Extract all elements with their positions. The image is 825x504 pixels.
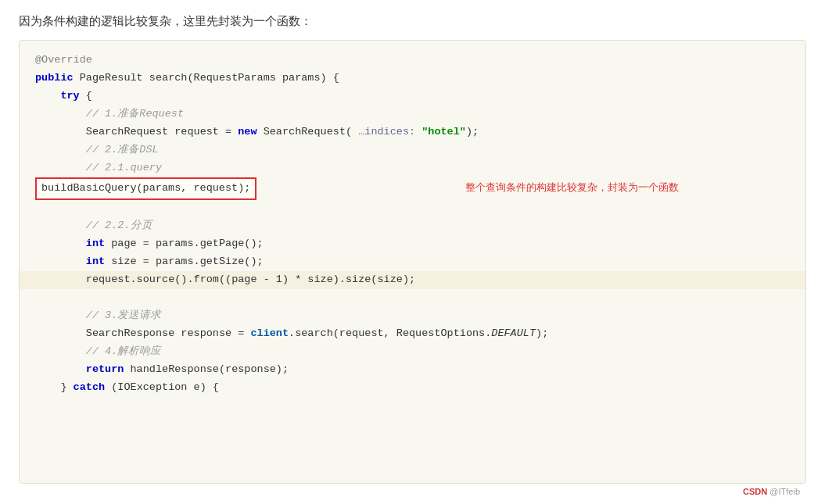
code-line-7: // 2.1.query [20, 159, 805, 177]
code-indent [35, 162, 86, 173]
code-line-13: SearchResponse response = client.search(… [20, 325, 805, 343]
footer-username: @ITfeib [767, 487, 800, 496]
code-line-blank1 [20, 200, 805, 218]
code-text-5a: SearchRequest request = [35, 126, 238, 138]
override-annotation: @Override [35, 54, 92, 66]
code-line-4: // 1.准备Request [20, 105, 805, 123]
code-line-11: request.source().from((page - 1) * size)… [20, 271, 805, 289]
kw-catch: catch [74, 381, 106, 393]
code-text-9: page = params.getPage(); [105, 238, 264, 249]
kw-int-2: int [86, 256, 105, 267]
code-text-10: size = params.getSize(); [105, 256, 264, 267]
code-line-10: int size = params.getSize(); [20, 253, 805, 271]
code-text-15: handleResponse(response); [124, 363, 289, 375]
code-block: @Override public PageResult search(Reque… [19, 40, 806, 484]
code-indent-10 [35, 256, 86, 267]
code-line-8: // 2.2.分页 [20, 217, 805, 235]
code-text-13a: SearchResponse response = [35, 327, 250, 339]
code-text-13c: ); [536, 327, 548, 339]
code-text-16b: (IOException e) { [105, 381, 219, 393]
default-keyword: DEFAULT [491, 327, 536, 339]
code-indent [35, 108, 86, 120]
boxed-code: buildBasicQuery(params, request); [35, 177, 256, 200]
comment-5: // 3.发送请求 [86, 309, 162, 321]
code-indent-15 [35, 363, 86, 375]
kw-return: return [86, 363, 124, 375]
kw-public: public [35, 72, 74, 84]
comment-1: // 1.准备Request [86, 108, 184, 120]
code-line-16: } catch (IOException e) { [20, 379, 805, 397]
code-text-16a: } [35, 381, 74, 393]
param-indices: …indices: [358, 126, 415, 138]
code-line-1: @Override [20, 52, 805, 70]
comment-6: // 4.解析响应 [86, 345, 162, 357]
boxed-line: buildBasicQuery(params, request); 整个查询条件… [20, 177, 805, 200]
code-indent [35, 220, 86, 231]
code-text-11: request.source().from((page - 1) * size)… [35, 273, 415, 285]
code-line-3: try { [20, 88, 805, 105]
code-text-13b: .search(request, RequestOptions. [289, 327, 491, 339]
code-line-6: // 2.准备DSL [20, 141, 805, 159]
code-line-9: int page = params.getPage(); [20, 235, 805, 253]
kw-new: new [238, 126, 256, 138]
string-hotel: "hotel" [421, 126, 466, 138]
intro-text: 因为条件构建的逻辑比较复杂，这里先封装为一个函数： [19, 14, 806, 29]
kw-try: try [60, 90, 79, 102]
comment-3: // 2.1.query [86, 162, 162, 173]
code-text-5d: ); [466, 126, 479, 138]
footer-brand: CSDN [743, 487, 767, 496]
code-indent [35, 90, 60, 102]
code-line-blank2 [20, 289, 805, 307]
client-keyword: client [250, 327, 289, 339]
code-indent [35, 144, 86, 155]
comment-4: // 2.2.分页 [86, 220, 152, 231]
code-text-5c [415, 126, 421, 138]
code-line-15: return handleResponse(response); [20, 361, 805, 379]
annotation-text: 整个查询条件的构建比较复杂，封装为一个函数 [465, 179, 679, 196]
code-text: { [80, 90, 92, 102]
code-line-2: public PageResult search(RequestParams p… [20, 70, 805, 88]
code-method-call: buildBasicQuery(params, request); [41, 182, 250, 194]
page-container: 因为条件构建的逻辑比较复杂，这里先封装为一个函数： @Override publ… [0, 0, 825, 504]
code-indent [35, 345, 86, 357]
code-line-14: // 4.解析响应 [20, 343, 805, 361]
code-line-5: SearchRequest request = new SearchReques… [20, 123, 805, 141]
kw-int-1: int [86, 238, 105, 249]
code-text-5b: SearchRequest( [257, 126, 359, 138]
footer-bar: CSDN @ITfeib [19, 484, 806, 496]
code-line-12: // 3.发送请求 [20, 307, 805, 325]
code-indent-9 [35, 238, 86, 249]
comment-2: // 2.准备DSL [86, 144, 159, 155]
code-indent [35, 309, 86, 321]
code-text: PageResult search(RequestParams params) … [74, 72, 339, 84]
